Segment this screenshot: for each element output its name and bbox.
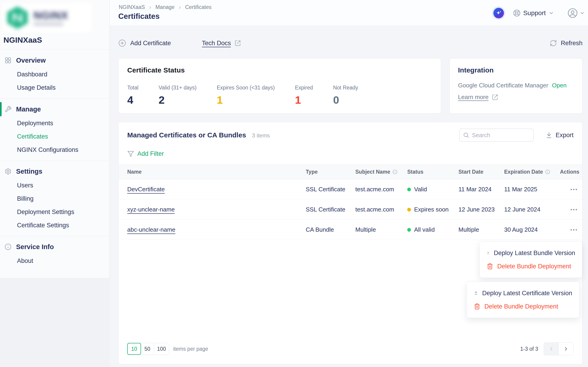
- download-icon: [545, 132, 552, 139]
- row-actions-button[interactable]: [571, 207, 577, 213]
- sidebar-item-users[interactable]: Users: [0, 179, 109, 192]
- cell-subject: test.acme.com: [355, 186, 407, 193]
- page-size-100[interactable]: 100: [154, 343, 169, 355]
- sidebar-item-dashboard[interactable]: Dashboard: [0, 68, 109, 81]
- sidebar-item-deployment-settings[interactable]: Deployment Settings: [0, 205, 109, 219]
- support-label: Support: [523, 9, 546, 17]
- cell-start-date: Multiple: [458, 226, 504, 233]
- sidebar-item-nginx-configurations[interactable]: NGINX Configurations: [0, 143, 109, 156]
- refresh-button[interactable]: Refresh: [550, 40, 582, 47]
- filter-funnel-icon: [127, 150, 134, 157]
- cell-expiration-date: 12 June 2024: [504, 206, 560, 213]
- cell-status: Valid: [407, 186, 458, 193]
- column-header-name: Name: [119, 169, 306, 175]
- user-menu[interactable]: [567, 8, 585, 18]
- table-title: Managed Certificates or CA Bundles: [127, 131, 246, 139]
- table-row: xyz-unclear-name SSL Certificate test.ac…: [119, 200, 582, 220]
- stat-total-value: 4: [127, 94, 138, 106]
- integration-card-title: Integration: [458, 66, 574, 74]
- export-button[interactable]: Export: [545, 132, 573, 139]
- gear-icon: [5, 168, 11, 175]
- previous-page-button[interactable]: [544, 343, 559, 355]
- sidebar-footer: [0, 278, 109, 367]
- certificate-name-link[interactable]: abc-unclear-name: [127, 226, 175, 233]
- info-circle-icon[interactable]: [545, 169, 550, 174]
- add-certificate-button[interactable]: Add Certificate: [118, 39, 171, 47]
- integration-service-name: Google Cloud Certificate Manager: [458, 82, 548, 89]
- topbar: NGINXaaS Manage Certificates Certificate…: [110, 0, 588, 26]
- next-page-button[interactable]: [559, 343, 573, 355]
- external-link-icon: [234, 40, 241, 46]
- pagination: 10 50 100 items per page 1-3 of 3: [127, 342, 573, 355]
- certificate-actions-menu: Deploy Latest Certificate Version Delete…: [467, 282, 579, 318]
- sidebar-item-billing[interactable]: Billing: [0, 192, 109, 205]
- sparkle-icon: [495, 10, 502, 16]
- search-icon: [463, 132, 469, 138]
- cell-type: SSL Certificate: [306, 206, 355, 213]
- column-header-start-date: Start Date: [458, 169, 504, 175]
- status-dot-amber: [407, 208, 411, 211]
- sidebar-item-deployments[interactable]: Deployments: [0, 117, 109, 130]
- column-header-actions: Actions: [560, 169, 582, 175]
- sidebar-section-overview[interactable]: Overview: [0, 53, 109, 68]
- support-menu[interactable]: Support: [513, 9, 554, 17]
- info-circle-icon[interactable]: [393, 169, 397, 174]
- upload-icon: [487, 250, 490, 256]
- sidebar-item-usage-details[interactable]: Usage Details: [0, 81, 109, 94]
- deploy-latest-certificate-version-item[interactable]: Deploy Latest Certificate Version: [467, 286, 579, 300]
- sidebar-item-certificate-settings[interactable]: Certificate Settings: [0, 219, 109, 232]
- search-box[interactable]: [459, 129, 534, 142]
- sidebar-item-certificates[interactable]: Certificates: [0, 130, 109, 143]
- breadcrumb-nginxaas[interactable]: NGINXaaS: [119, 4, 145, 10]
- ai-assistant-button[interactable]: [493, 8, 504, 18]
- learn-more-link[interactable]: Learn more: [458, 94, 574, 101]
- page-size-10[interactable]: 10: [127, 343, 141, 355]
- product-title: NGINXaaS: [3, 34, 109, 45]
- table-header-row: Name Type Subject Name Status Start Date…: [119, 164, 582, 179]
- cell-expiration-date: 30 Aug 2024: [504, 226, 560, 233]
- stat-total: Total 4: [127, 85, 138, 106]
- add-filter-button[interactable]: Add Filter: [119, 142, 582, 164]
- cell-expiration-date: 11 Mar 2025: [504, 186, 560, 193]
- table-row: DevCertificate SSL Certificate test.acme…: [119, 179, 582, 200]
- sidebar-section-settings[interactable]: Settings: [0, 164, 109, 179]
- cell-subject: Multiple: [355, 226, 407, 233]
- cell-start-date: 12 June 2023: [458, 206, 504, 213]
- sidebar-item-about[interactable]: About: [0, 254, 109, 267]
- breadcrumb-manage[interactable]: Manage: [156, 4, 174, 10]
- chevron-right-icon: [178, 6, 182, 10]
- tech-docs-link[interactable]: Tech Docs: [202, 40, 241, 47]
- table-item-count: 3 items: [252, 132, 270, 139]
- delete-bundle-deployment-item[interactable]: Delete Bundle Deployment: [467, 300, 579, 313]
- stat-not-ready: Not Ready 0: [333, 85, 358, 106]
- column-header-status: Status: [407, 169, 458, 175]
- column-header-expiration-date: Expiration Date: [504, 169, 560, 175]
- search-input[interactable]: [472, 132, 527, 139]
- breadcrumb-certificates: Certificates: [185, 4, 212, 10]
- sidebar-section-manage[interactable]: Manage: [0, 102, 109, 117]
- chevron-right-icon: [148, 6, 152, 10]
- trash-icon: [474, 303, 480, 310]
- sidebar-section-service-info[interactable]: Service Info: [0, 240, 109, 254]
- column-header-type: Type: [306, 169, 355, 175]
- life-buoy-icon: [513, 9, 520, 17]
- row-actions-button[interactable]: [571, 227, 577, 233]
- certificate-name-link[interactable]: xyz-unclear-name: [127, 206, 175, 213]
- page-title: Certificates: [118, 12, 160, 21]
- page-size-50[interactable]: 50: [141, 343, 154, 355]
- integration-card: Integration Google Cloud Certificate Man…: [450, 58, 582, 114]
- cell-subject: test.acme.com: [355, 206, 407, 213]
- integration-open-link[interactable]: Open: [552, 82, 567, 89]
- nginx-wordmark-subline: [34, 23, 63, 25]
- delete-bundle-deployment-item[interactable]: Delete Bundle Deployment: [480, 260, 582, 273]
- info-icon: [5, 243, 11, 250]
- row-actions-button[interactable]: [571, 186, 577, 192]
- stat-valid-value: 2: [159, 94, 197, 106]
- stat-expired: Expired 1: [295, 85, 313, 106]
- stat-expires-soon-value: 1: [217, 94, 275, 106]
- refresh-icon: [550, 40, 557, 47]
- external-link-icon: [492, 94, 498, 100]
- certificate-name-link[interactable]: DevCertificate: [127, 186, 165, 193]
- cell-type: SSL Certificate: [306, 186, 355, 193]
- deploy-latest-bundle-version-item[interactable]: Deploy Latest Bundle Version: [480, 246, 582, 260]
